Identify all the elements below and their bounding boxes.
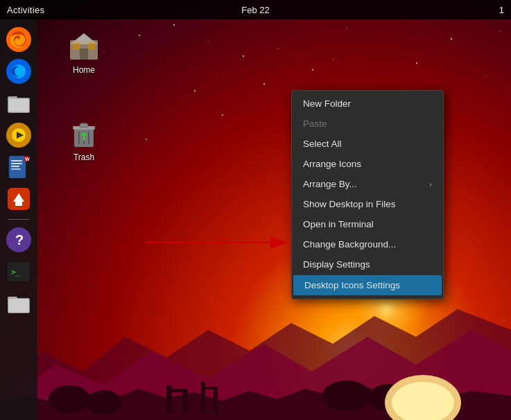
svg-point-7 bbox=[87, 390, 121, 415]
dock-item-bottom-files[interactable] bbox=[4, 289, 33, 318]
context-menu-display-settings[interactable]: Display Settings bbox=[292, 254, 443, 274]
arrange-by-arrow: › bbox=[429, 180, 432, 189]
context-menu-show-desktop-in-files[interactable]: Show Desktop in Files bbox=[292, 194, 443, 214]
dock-separator bbox=[8, 219, 29, 220]
svg-rect-28 bbox=[11, 168, 21, 170]
context-menu-arrange-by[interactable]: Arrange By... › bbox=[292, 174, 443, 194]
svg-point-6 bbox=[49, 385, 90, 413]
svg-rect-44 bbox=[73, 43, 80, 50]
context-menu-change-background[interactable]: Change Background... bbox=[292, 234, 443, 254]
desktop-icon-trash[interactable]: Trash bbox=[60, 116, 108, 162]
home-icon-img bbox=[67, 29, 101, 62]
svg-rect-18 bbox=[8, 98, 29, 112]
svg-rect-1 bbox=[172, 389, 182, 392]
svg-rect-0 bbox=[166, 385, 172, 413]
home-label: Home bbox=[73, 65, 95, 75]
svg-rect-32 bbox=[15, 202, 22, 206]
svg-rect-27 bbox=[11, 166, 19, 167]
svg-text:>_: >_ bbox=[11, 268, 21, 277]
dock-item-terminal[interactable]: >_ bbox=[4, 257, 33, 286]
landscape bbox=[0, 281, 511, 420]
svg-rect-48 bbox=[80, 123, 88, 128]
svg-text:?: ? bbox=[15, 232, 24, 247]
desktop-icon-home[interactable]: Home bbox=[60, 29, 108, 75]
svg-point-8 bbox=[322, 380, 371, 411]
dock-item-writer[interactable]: W bbox=[4, 152, 33, 182]
svg-text:W: W bbox=[25, 157, 30, 161]
context-menu-open-in-terminal[interactable]: Open in Terminal bbox=[292, 214, 443, 234]
topbar-time: 1 bbox=[499, 5, 504, 15]
trash-label: Trash bbox=[73, 152, 94, 162]
svg-rect-3 bbox=[201, 382, 205, 413]
context-menu-arrange-icons[interactable]: Arrange Icons bbox=[292, 154, 443, 174]
dock-item-files[interactable] bbox=[4, 89, 33, 118]
dock: W ? >_ bbox=[0, 19, 37, 420]
dock-item-rhythmbox[interactable] bbox=[4, 121, 33, 150]
svg-rect-39 bbox=[8, 299, 29, 313]
svg-rect-45 bbox=[88, 43, 95, 50]
svg-rect-2 bbox=[182, 389, 188, 413]
dock-item-software[interactable] bbox=[4, 184, 33, 213]
activities-label[interactable]: Activities bbox=[7, 5, 44, 15]
svg-rect-25 bbox=[11, 160, 22, 161]
svg-rect-5 bbox=[214, 387, 218, 413]
svg-rect-4 bbox=[205, 387, 214, 390]
svg-rect-26 bbox=[11, 163, 22, 164]
topbar: Activities Feb 22 1 bbox=[0, 0, 511, 19]
context-menu: New Folder Paste Select All Arrange Icon… bbox=[291, 90, 444, 299]
dock-item-help[interactable]: ? bbox=[4, 225, 33, 254]
context-menu-paste: Paste bbox=[292, 114, 443, 134]
context-menu-select-all[interactable]: Select All bbox=[292, 134, 443, 154]
context-menu-new-folder[interactable]: New Folder bbox=[292, 94, 443, 114]
topbar-date: Feb 22 bbox=[241, 5, 269, 15]
dock-item-thunderbird[interactable] bbox=[4, 57, 33, 86]
dock-item-firefox[interactable] bbox=[4, 25, 33, 54]
context-menu-desktop-icons-settings[interactable]: Desktop Icons Settings bbox=[293, 275, 442, 295]
trash-icon-img bbox=[67, 116, 101, 150]
